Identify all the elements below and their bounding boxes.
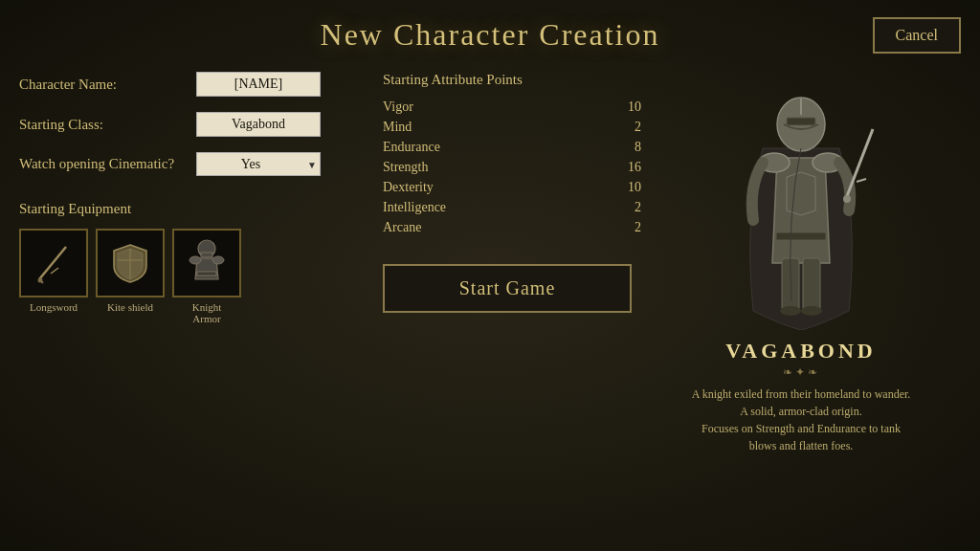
svg-rect-16 bbox=[787, 118, 815, 125]
longsword-icon-box bbox=[19, 229, 88, 298]
svg-point-3 bbox=[38, 278, 43, 283]
character-divider: ❧✦❧ bbox=[783, 365, 820, 380]
shield-label: Kite shield bbox=[107, 301, 153, 313]
attribute-name: Mind bbox=[383, 120, 412, 135]
attribute-name: Endurance bbox=[383, 140, 440, 155]
attribute-name: Vigor bbox=[383, 99, 413, 115]
character-art bbox=[696, 67, 906, 335]
page-title: New Character Creation bbox=[321, 17, 660, 53]
svg-line-21 bbox=[857, 179, 866, 182]
armor-label: KnightArmor bbox=[192, 301, 222, 324]
attribute-name: Arcane bbox=[383, 220, 421, 235]
svg-point-8 bbox=[189, 256, 201, 264]
cinematic-select-wrapper: Yes No ▼ bbox=[196, 152, 321, 176]
main-content: Character Name: Starting Class: Watch op… bbox=[0, 62, 980, 551]
cinematic-label: Watch opening Cinematic? bbox=[19, 156, 196, 172]
attribute-row: Intelligence2 bbox=[383, 200, 641, 215]
cancel-button[interactable]: Cancel bbox=[873, 17, 961, 54]
attribute-value: 8 bbox=[617, 140, 641, 155]
svg-point-13 bbox=[780, 306, 801, 316]
attribute-row: Strength16 bbox=[383, 160, 641, 175]
equipment-section: Starting Equipment Longsword bbox=[19, 201, 373, 324]
svg-point-9 bbox=[212, 256, 224, 264]
starting-class-row: Starting Class: bbox=[19, 112, 373, 137]
character-name-label: Character Name: bbox=[19, 77, 196, 93]
character-name-input[interactable] bbox=[196, 72, 321, 97]
start-button-container: Start Game bbox=[383, 264, 641, 313]
svg-rect-23 bbox=[776, 232, 826, 240]
svg-point-22 bbox=[843, 195, 851, 203]
longsword-label: Longsword bbox=[30, 301, 78, 313]
armor-icon-box bbox=[172, 229, 241, 298]
attribute-name: Strength bbox=[383, 160, 428, 175]
middle-panel: Starting Attribute Points Vigor10Mind2En… bbox=[373, 62, 641, 541]
longsword-icon bbox=[30, 239, 78, 287]
left-panel: Character Name: Starting Class: Watch op… bbox=[19, 62, 373, 541]
starting-class-input[interactable] bbox=[196, 112, 321, 137]
attribute-value: 2 bbox=[617, 220, 641, 235]
character-description: A knight exiled from their homeland to w… bbox=[691, 386, 911, 454]
armor-icon bbox=[186, 239, 228, 287]
attribute-row: Dexterity10 bbox=[383, 180, 641, 195]
attribute-value: 16 bbox=[617, 160, 641, 175]
equipment-title: Starting Equipment bbox=[19, 201, 373, 217]
attribute-row: Mind2 bbox=[383, 120, 641, 135]
equipment-item-armor: KnightArmor bbox=[172, 229, 241, 324]
start-game-button[interactable]: Start Game bbox=[383, 264, 632, 313]
character-name-row: Character Name: bbox=[19, 72, 373, 97]
attributes-title: Starting Attribute Points bbox=[383, 72, 641, 88]
attributes-list: Vigor10Mind2Endurance8Strength16Dexterit… bbox=[383, 99, 641, 235]
svg-rect-7 bbox=[201, 253, 212, 257]
starting-class-label: Starting Class: bbox=[19, 117, 196, 133]
svg-line-2 bbox=[51, 268, 58, 274]
svg-point-14 bbox=[801, 306, 822, 316]
character-class-name: VAGABOND bbox=[725, 339, 877, 364]
equipment-item-longsword: Longsword bbox=[19, 229, 88, 324]
svg-line-0 bbox=[39, 247, 66, 279]
header: New Character Creation Cancel bbox=[0, 0, 980, 62]
right-panel: VAGABOND ❧✦❧ A knight exiled from their … bbox=[641, 62, 961, 541]
equipment-items: Longsword Kite shield bbox=[19, 229, 373, 324]
attribute-name: Dexterity bbox=[383, 180, 434, 195]
attribute-value: 10 bbox=[617, 180, 641, 195]
cinematic-row: Watch opening Cinematic? Yes No ▼ bbox=[19, 152, 373, 176]
svg-rect-12 bbox=[803, 258, 820, 311]
attribute-value: 2 bbox=[617, 200, 641, 215]
attribute-row: Endurance8 bbox=[383, 140, 641, 155]
attribute-row: Vigor10 bbox=[383, 99, 641, 115]
svg-rect-10 bbox=[197, 272, 216, 276]
character-figure bbox=[705, 72, 897, 330]
equipment-item-shield: Kite shield bbox=[96, 229, 165, 324]
attribute-row: Arcane2 bbox=[383, 220, 641, 235]
attribute-value: 2 bbox=[617, 120, 641, 135]
page-container: New Character Creation Cancel Character … bbox=[0, 0, 980, 551]
shield-icon bbox=[108, 241, 152, 285]
attribute-value: 10 bbox=[617, 99, 641, 115]
cinematic-select[interactable]: Yes No bbox=[196, 152, 321, 176]
shield-icon-box bbox=[96, 229, 165, 298]
svg-line-20 bbox=[847, 129, 873, 196]
attribute-name: Intelligence bbox=[383, 200, 446, 215]
